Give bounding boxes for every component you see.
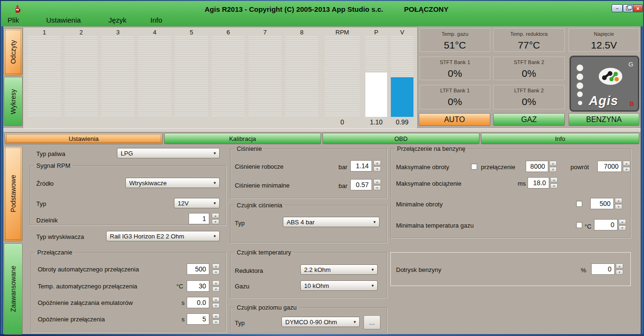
obroty-przelaczenia-input[interactable] <box>187 263 209 275</box>
menu-plik[interactable]: Plik <box>8 16 19 24</box>
arrow-up-icon[interactable]: ▲ <box>623 161 630 166</box>
chevron-down-icon: ▼ <box>350 320 359 324</box>
przelaczanie-row-label: Opóźnienie przełączenia <box>38 316 105 323</box>
powrot-input[interactable] <box>597 161 622 172</box>
pressure-gauge-label: P <box>365 29 387 36</box>
gas-level-sensor-select[interactable]: DYMCO 0-90 Ohm ▼ <box>281 317 360 327</box>
close-button[interactable]: × <box>633 4 643 12</box>
dzielnik-label: Dzielnik <box>36 217 58 224</box>
opoznienie-przelaczenia-input[interactable] <box>187 313 209 325</box>
gas-temp-sensor-select[interactable]: 10 kOhm ▼ <box>300 280 378 291</box>
arrow-up-icon[interactable]: ▲ <box>212 297 220 302</box>
arrow-up-icon[interactable]: ▲ <box>373 160 381 165</box>
fuel-type-select[interactable]: LPG ▼ <box>117 148 220 158</box>
arrow-up-icon[interactable]: ▲ <box>373 179 381 184</box>
molecule-icon <box>598 67 623 85</box>
tab-kalibracja[interactable]: Kalibracja <box>164 133 321 144</box>
przelaczenie-checkbox[interactable] <box>471 164 477 170</box>
pressure-gauge-bar <box>365 73 387 117</box>
pressure-gauge <box>365 36 387 117</box>
arrow-down-icon[interactable]: ▼ <box>212 219 219 224</box>
arrow-down-icon[interactable]: ▼ <box>212 270 220 275</box>
arrow-up-icon[interactable]: ▲ <box>615 198 622 203</box>
rpm-gauge <box>325 36 360 117</box>
min-obroty-input[interactable] <box>590 198 614 209</box>
poziom-typ-label: Typ <box>235 320 245 327</box>
led-icon <box>577 91 583 97</box>
arrow-down-icon[interactable]: ▼ <box>550 183 558 188</box>
rpm-gauge-value: 0 <box>325 118 360 127</box>
arrow-up-icon[interactable]: ▲ <box>549 161 557 166</box>
dzielnik-input[interactable] <box>189 213 209 224</box>
min-obroty-checkbox[interactable] <box>576 201 582 207</box>
arrow-down-icon[interactable]: ▼ <box>212 287 220 292</box>
more-options-button[interactable]: … <box>363 315 380 329</box>
arrow-down-icon[interactable]: ▼ <box>623 167 630 172</box>
rpm-type-select[interactable]: 12V ▼ <box>174 198 220 208</box>
cell-stft-bank1: STFT Bank 1 0% <box>420 57 490 80</box>
pressure-sensor-select[interactable]: ABS 4 bar ▼ <box>283 217 380 227</box>
arrow-up-icon[interactable]: ▲ <box>212 313 220 319</box>
arrow-down-icon[interactable]: ▼ <box>373 185 381 190</box>
tab-podstawowe[interactable]: Podstawowe <box>4 146 23 241</box>
tab-odczyty[interactable]: Odczyty <box>4 28 23 75</box>
voltage-gauge-label: V <box>391 29 413 36</box>
gaz-button[interactable]: GAZ <box>493 113 565 126</box>
menu-jezyk[interactable]: Język <box>108 16 126 24</box>
chart-col <box>138 36 171 117</box>
benzyna-button[interactable]: BENZYNA <box>569 113 639 126</box>
dotrysk-input[interactable] <box>591 263 615 275</box>
reduktora-label: Reduktora <box>235 267 263 274</box>
menu-info[interactable]: Info <box>150 16 162 24</box>
injector-chart-panel: 1 2 3 4 5 6 7 8 RPM 0 P 1.10 V 0.99 <box>23 27 418 129</box>
chart-col-header: 7 <box>248 29 281 36</box>
chart-col <box>101 36 134 117</box>
opoznienie-emulatorow-input[interactable] <box>187 297 209 308</box>
chevron-down-icon: ▼ <box>210 181 219 185</box>
min-temp-input[interactable] <box>594 219 618 230</box>
przelaczenie-check-label: przełączenie <box>481 164 515 171</box>
min-temp-checkbox[interactable] <box>576 222 582 228</box>
arrow-up-icon[interactable]: ▲ <box>212 280 220 286</box>
cisnienie-robocze-input[interactable] <box>350 160 372 172</box>
injector-type-select[interactable]: Rail IG3 Horizon E2 2 Ohm ▼ <box>106 231 220 241</box>
cell-ltft-bank1: LTFT Bank 1 0% <box>420 85 490 109</box>
cisnienie-minimalne-input[interactable] <box>350 179 372 190</box>
tab-ustawienia[interactable]: Ustawienia <box>5 133 163 144</box>
arrow-down-icon[interactable]: ▼ <box>373 166 381 172</box>
window-border-bottom <box>0 334 644 336</box>
tab-zaawansowane[interactable]: Zaawansowane <box>4 243 23 335</box>
cell-ltft-bank2: LTFT Bank 2 0% <box>493 85 565 109</box>
arrow-down-icon[interactable]: ▼ <box>616 270 623 275</box>
minimize-button[interactable]: − <box>611 4 623 12</box>
titlebar: Agis R2013 - Copyright (C) 2005-2013 App… <box>1 1 643 26</box>
arrow-down-icon[interactable]: ▼ <box>549 167 557 172</box>
spinner: ▲ ▼ <box>623 161 630 172</box>
arrow-down-icon[interactable]: ▼ <box>619 225 626 230</box>
arrow-up-icon[interactable]: ▲ <box>619 219 626 224</box>
arrow-down-icon[interactable]: ▼ <box>212 320 220 325</box>
maks-obciazenie-input[interactable] <box>528 177 549 188</box>
arrow-down-icon[interactable]: ▼ <box>212 303 220 308</box>
rpm-source-select[interactable]: Wtryskiwacze ▼ <box>125 178 220 188</box>
chart-col-header: 6 <box>212 29 245 36</box>
arrow-up-icon[interactable]: ▲ <box>550 177 558 182</box>
spinner: ▲ ▼ <box>616 263 623 275</box>
reducer-temp-sensor-select[interactable]: 2.2 kOhm ▼ <box>300 264 378 275</box>
arrow-up-icon[interactable]: ▲ <box>212 213 219 218</box>
arrow-down-icon[interactable]: ▼ <box>615 204 622 209</box>
maks-obroty-input[interactable] <box>526 161 548 172</box>
tab-wykresy[interactable]: Wykresy <box>4 77 23 126</box>
logo-letter-g: G <box>628 61 633 68</box>
tab-obd[interactable]: OBD <box>322 133 479 144</box>
tab-info[interactable]: Info <box>481 133 639 144</box>
temp-przelaczenia-input[interactable] <box>187 280 209 292</box>
unit-label: s <box>182 299 185 306</box>
menu-ustawienia[interactable]: Ustawienia <box>46 16 81 24</box>
powrot-label: powrót <box>570 164 589 171</box>
arrow-up-icon[interactable]: ▲ <box>616 263 623 269</box>
cisnienie-group: Ciśnienie <box>230 145 387 198</box>
auto-button[interactable]: AUTO <box>419 113 490 126</box>
gazu-label: Gazu <box>235 283 249 290</box>
arrow-up-icon[interactable]: ▲ <box>212 263 220 269</box>
